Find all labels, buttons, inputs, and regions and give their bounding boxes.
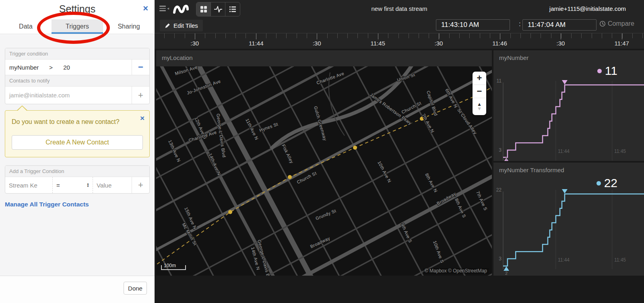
remove-condition-button[interactable]: − — [132, 60, 149, 75]
timeline-major-tick — [256, 33, 256, 39]
timeline-minor-tick — [632, 33, 633, 38]
timeline-minor-tick — [602, 33, 602, 38]
settings-close-icon[interactable]: × — [143, 4, 148, 13]
tab-data[interactable]: Data — [0, 19, 52, 34]
pencil-icon — [165, 23, 171, 29]
callout-text: Do you want to create a new contact? — [12, 118, 143, 126]
timeline-minor-tick — [398, 33, 399, 38]
street-label: Church St — [400, 101, 422, 115]
settings-footer: Done — [0, 276, 155, 303]
location-point — [228, 210, 232, 214]
timeline-minor-tick — [490, 33, 490, 38]
timeline-minor-tick — [419, 33, 419, 38]
timeline-tick-label: 11:46 — [492, 40, 507, 47]
timeline-minor-tick — [520, 33, 521, 38]
timeline-minor-tick — [368, 33, 368, 38]
tiles-view-button[interactable] — [196, 2, 211, 16]
list-view-button[interactable] — [225, 2, 240, 16]
street-label: 10th Ave S — [432, 240, 445, 264]
timeline-major-tick — [622, 33, 622, 39]
tab-triggers[interactable]: Triggers — [52, 19, 103, 34]
timeline-tick-label: :30 — [557, 40, 565, 47]
condition-key[interactable]: myNumber — [9, 64, 39, 71]
add-condition-row: Stream Ke = ▲▼ Value + — [5, 177, 149, 193]
timeline-major-tick — [561, 33, 561, 39]
settings-tabs: Data Triggers Sharing — [0, 19, 155, 34]
trigger-condition-card: Trigger condition myNumber > 20 − Contac… — [5, 48, 150, 104]
timeline-minor-tick — [571, 33, 572, 38]
timeline-minor-tick — [581, 33, 582, 38]
chart-tile-0[interactable]: myNumber 11 11:4411:451131 — [493, 50, 644, 161]
timeline-minor-tick — [388, 33, 388, 38]
timeline-minor-tick — [337, 33, 338, 38]
street-label: Capitol Blvd — [426, 90, 438, 116]
time-range-start-input[interactable]: 11:43:10 AM — [436, 19, 510, 31]
plus-icon: + — [138, 90, 143, 101]
min-point-label: 1 — [505, 156, 508, 161]
tab-sharing[interactable]: Sharing — [103, 19, 155, 34]
map-tile-title: myLocation — [156, 50, 492, 61]
street-label: Hynes St — [259, 122, 279, 133]
timeline-minor-tick — [449, 33, 450, 38]
street-label: Fisk Alley — [281, 144, 294, 165]
timeline-minor-tick — [235, 33, 236, 38]
select-arrows-icon: ▲▼ — [87, 183, 89, 188]
timeline-minor-tick — [409, 33, 409, 38]
x-axis-label: 11:45 — [614, 148, 626, 154]
create-new-contact-button[interactable]: Create A New Contact — [12, 135, 143, 150]
value-input[interactable]: Value — [93, 177, 132, 193]
timeline-minor-tick — [327, 33, 328, 38]
map-zoom-control: + − ▲▼ — [473, 72, 486, 115]
contact-input-row: jamie@initialstate.com + — [5, 86, 149, 104]
plus-icon: + — [138, 180, 143, 190]
condition-operator[interactable]: > — [49, 64, 53, 71]
timeline-minor-tick — [297, 33, 297, 38]
initial-state-logo-icon — [172, 2, 189, 17]
timeline-minor-tick — [225, 33, 226, 38]
user-email[interactable]: jamie+1115@initialstate.com — [549, 5, 626, 12]
timeline-major-tick — [195, 33, 195, 39]
timeline-minor-tick — [205, 33, 205, 38]
timeline-minor-tick — [185, 33, 185, 38]
compare-button[interactable]: Compare — [599, 20, 634, 27]
map-scale-bar: 100m — [161, 265, 186, 270]
add-contact-button[interactable]: + — [132, 87, 149, 104]
pitch-toggle-button[interactable]: ▲▼ — [473, 98, 486, 115]
manage-all-trigger-contacts-link[interactable]: Manage All Trigger Contacts — [5, 201, 89, 208]
waves-view-button[interactable] — [211, 2, 225, 16]
collapse-menu-button[interactable]: ◂ — [159, 6, 169, 11]
view-mode-buttons — [196, 2, 240, 16]
step-line-series — [503, 85, 644, 157]
map-canvas[interactable]: Milson AveJo-Johnston Ave13th Ave N12th … — [156, 66, 492, 276]
timeline-minor-tick — [357, 33, 358, 38]
timeline-minor-tick — [174, 33, 175, 38]
grid-icon — [200, 5, 208, 13]
app-root: Settings × Data Triggers Sharing Trigger… — [0, 0, 644, 303]
clock-icon — [599, 21, 606, 27]
callout-close-icon[interactable]: × — [140, 114, 144, 123]
x-axis-label: 11:44 — [558, 148, 570, 154]
trigger-condition-row: myNumber > 20 − — [5, 60, 149, 75]
zoom-out-button[interactable]: − — [473, 85, 486, 98]
done-button[interactable]: Done — [124, 282, 147, 295]
hamburger-icon — [159, 6, 166, 11]
timeline-minor-tick — [286, 33, 287, 38]
chart-tile-1[interactable]: myNumber Transformed 22 11:4411:452232 — [493, 163, 644, 276]
time-range-end-input[interactable]: 11:47:04 AM — [522, 19, 597, 31]
street-label: Milson Ave — [174, 66, 198, 76]
edit-tiles-button[interactable]: Edit Tiles — [160, 20, 203, 31]
zoom-in-button[interactable]: + — [473, 72, 486, 85]
y-axis-min-label: 3 — [499, 147, 502, 153]
triggers-tab-body: Trigger condition myNumber > 20 − Contac… — [0, 35, 155, 276]
add-condition-button[interactable]: + — [132, 177, 149, 193]
y-axis-min-label: 3 — [499, 256, 502, 262]
timeline-minor-tick — [612, 33, 612, 38]
operator-select[interactable]: = ▲▼ — [53, 177, 93, 193]
location-point — [288, 175, 292, 179]
contact-email-input[interactable]: jamie@initialstate.com — [5, 87, 132, 104]
stream-key-input[interactable]: Stream Ke — [5, 177, 53, 193]
timeline-divider — [155, 33, 644, 33]
settings-panel: Settings × Data Triggers Sharing Trigger… — [0, 0, 155, 303]
condition-value[interactable]: 20 — [63, 64, 70, 71]
collapse-arrow-icon: ◂ — [167, 6, 169, 10]
